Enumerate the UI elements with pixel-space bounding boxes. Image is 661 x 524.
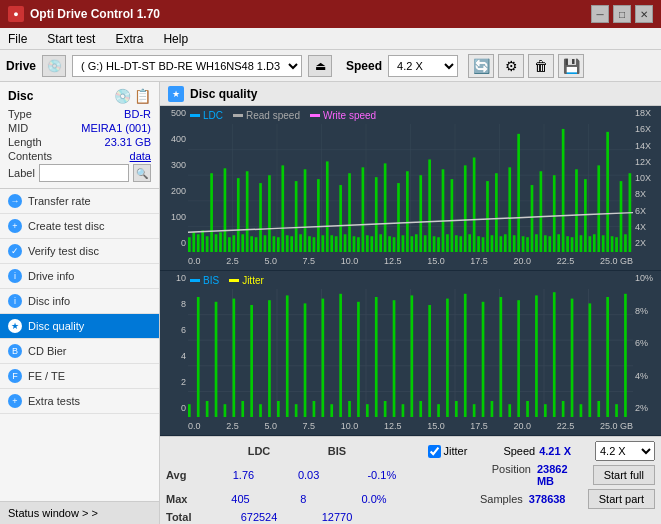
position-label: Position xyxy=(492,463,531,487)
svg-rect-151 xyxy=(411,295,414,417)
menu-file[interactable]: File xyxy=(4,30,31,48)
svg-rect-140 xyxy=(313,401,316,417)
svg-rect-139 xyxy=(304,303,307,417)
menu-start-test[interactable]: Start test xyxy=(43,30,99,48)
svg-rect-168 xyxy=(562,401,565,417)
svg-rect-34 xyxy=(281,165,284,252)
sidebar: Disc 💿 📋 Type BD-R MID MEIRA1 (001) Leng… xyxy=(0,82,160,524)
svg-rect-49 xyxy=(348,173,351,252)
refresh-button[interactable]: 🔄 xyxy=(468,54,494,78)
svg-rect-175 xyxy=(624,294,627,417)
disc-icon-1[interactable]: 💿 xyxy=(114,88,131,104)
svg-rect-103 xyxy=(589,236,592,252)
svg-rect-166 xyxy=(544,404,547,417)
read-speed-legend: Read speed xyxy=(233,110,300,121)
contents-value[interactable]: data xyxy=(130,150,151,162)
svg-rect-37 xyxy=(295,181,298,252)
svg-rect-39 xyxy=(304,169,307,252)
chart2-y-axis-left: 10 8 6 4 2 0 xyxy=(160,271,188,415)
status-window-button[interactable]: Status window > > xyxy=(0,501,159,524)
sidebar-item-extra-tests[interactable]: + Extra tests xyxy=(0,389,159,414)
start-part-button[interactable]: Start part xyxy=(588,489,655,509)
svg-rect-77 xyxy=(473,157,476,252)
chart2-y-axis-right: 10% 8% 6% 4% 2% xyxy=(633,271,661,415)
speed-label: Speed xyxy=(346,59,382,73)
svg-rect-99 xyxy=(571,237,574,252)
titlebar-controls[interactable]: ─ □ ✕ xyxy=(591,5,653,23)
svg-rect-95 xyxy=(553,175,556,252)
svg-rect-56 xyxy=(379,234,382,252)
position-row: Position 23862 MB xyxy=(492,463,570,487)
label-search-button[interactable]: 🔍 xyxy=(133,164,151,182)
svg-rect-75 xyxy=(464,165,467,252)
write-speed-dot xyxy=(310,114,320,117)
avg-jitter: -0.1% xyxy=(353,469,410,481)
speed-select-stats[interactable]: 4.2 X xyxy=(595,441,655,461)
sidebar-item-create-test-disc[interactable]: + Create test disc xyxy=(0,214,159,239)
svg-rect-101 xyxy=(580,235,583,252)
menu-extra[interactable]: Extra xyxy=(111,30,147,48)
disc-quality-header: ★ Disc quality xyxy=(160,82,661,106)
svg-rect-102 xyxy=(584,179,587,252)
svg-rect-32 xyxy=(273,236,276,252)
minimize-button[interactable]: ─ xyxy=(591,5,609,23)
svg-rect-53 xyxy=(366,235,369,252)
sidebar-item-transfer-rate[interactable]: → Transfer rate xyxy=(0,189,159,214)
ldc-label: LDC xyxy=(203,110,223,121)
svg-rect-42 xyxy=(317,179,320,252)
maximize-button[interactable]: □ xyxy=(613,5,631,23)
sidebar-item-fe-te[interactable]: F FE / TE xyxy=(0,364,159,389)
svg-rect-137 xyxy=(286,295,289,417)
svg-rect-28 xyxy=(255,237,258,252)
start-full-button[interactable]: Start full xyxy=(593,465,655,485)
svg-rect-153 xyxy=(428,305,431,417)
svg-rect-64 xyxy=(415,234,418,252)
svg-rect-108 xyxy=(611,236,614,252)
jitter-checkbox[interactable] xyxy=(428,445,441,458)
save-button[interactable]: 💾 xyxy=(558,54,584,78)
svg-rect-86 xyxy=(513,235,516,252)
sidebar-item-cd-bier[interactable]: B CD Bier xyxy=(0,339,159,364)
settings-button[interactable]: ⚙ xyxy=(498,54,524,78)
menu-help[interactable]: Help xyxy=(159,30,192,48)
svg-rect-15 xyxy=(197,234,200,252)
eject-button[interactable]: ⏏ xyxy=(308,55,332,77)
svg-rect-173 xyxy=(606,297,609,417)
svg-rect-111 xyxy=(624,234,627,252)
svg-rect-85 xyxy=(508,167,511,252)
jitter-legend: Jitter xyxy=(229,275,264,286)
contents-label: Contents xyxy=(8,150,52,162)
svg-rect-41 xyxy=(313,237,316,252)
sidebar-item-disc-quality[interactable]: ★ Disc quality xyxy=(0,314,159,339)
svg-rect-24 xyxy=(237,178,240,252)
speed-select[interactable]: 4.2 X xyxy=(388,55,458,77)
sidebar-item-disc-info[interactable]: i Disc info xyxy=(0,289,159,314)
chart1-y-axis-left: 500 400 300 200 100 0 xyxy=(160,106,188,250)
svg-rect-54 xyxy=(370,236,373,252)
close-button[interactable]: ✕ xyxy=(635,5,653,23)
app-icon: ● xyxy=(8,6,24,22)
drive-info-icon: i xyxy=(8,269,22,283)
jitter-dot xyxy=(229,279,239,282)
disc-icon-2[interactable]: 📋 xyxy=(134,88,151,104)
svg-rect-90 xyxy=(531,185,534,252)
svg-rect-22 xyxy=(228,237,231,252)
svg-rect-35 xyxy=(286,235,289,252)
max-label: Max xyxy=(166,493,205,505)
disc-mid-row: MID MEIRA1 (001) xyxy=(8,122,151,134)
mid-label: MID xyxy=(8,122,28,134)
svg-rect-88 xyxy=(522,236,525,252)
chart1-y-axis-right: 18X 16X 14X 12X 10X 8X 6X 4X 2X xyxy=(633,106,661,250)
svg-rect-46 xyxy=(335,236,338,252)
svg-rect-79 xyxy=(482,237,485,252)
svg-rect-70 xyxy=(442,169,445,252)
svg-rect-143 xyxy=(339,294,342,417)
sidebar-item-drive-info[interactable]: i Drive info xyxy=(0,264,159,289)
erase-button[interactable]: 🗑 xyxy=(528,54,554,78)
sidebar-item-verify-test-disc[interactable]: ✓ Verify test disc xyxy=(0,239,159,264)
svg-rect-26 xyxy=(246,171,249,252)
svg-rect-100 xyxy=(575,169,578,252)
dq-title: Disc quality xyxy=(190,87,257,101)
drive-select[interactable]: ( G:) HL-DT-ST BD-RE WH16NS48 1.D3 xyxy=(72,55,302,77)
label-input[interactable] xyxy=(39,164,129,182)
